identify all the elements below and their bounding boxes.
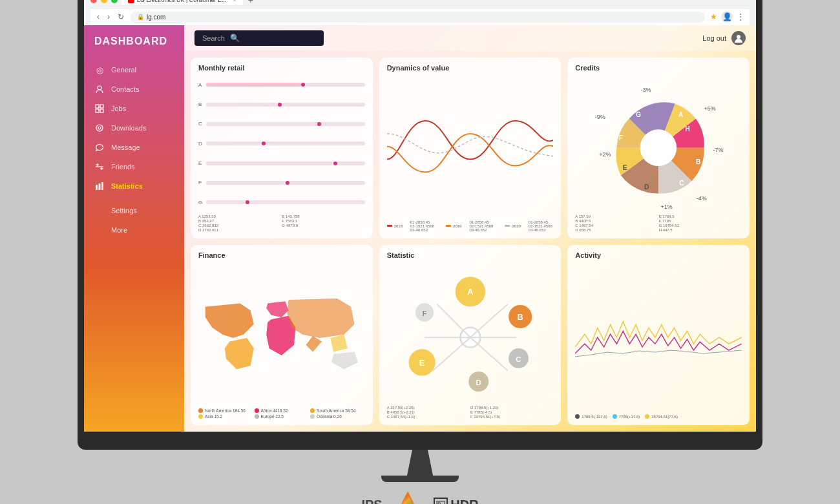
fin-label-oceania: Oceania 0.26: [317, 414, 342, 419]
svg-text:H: H: [686, 125, 690, 132]
dyn-legend-2020: 2020: [505, 220, 520, 232]
sidebar-item-statistics[interactable]: Statistics: [84, 176, 184, 196]
svg-text:E: E: [623, 164, 627, 171]
svg-text:B: B: [517, 312, 523, 322]
svg-text:G: G: [636, 111, 641, 118]
svg-point-6: [98, 127, 101, 129]
sidebar-item-more[interactable]: More: [84, 220, 184, 240]
svg-text:D: D: [476, 378, 481, 386]
dashboard-grid: Monthly retail A B: [184, 51, 756, 432]
statistic-legend: A 157.59(+2.35) D 1789.5(+1.20) B 4458.5…: [387, 406, 554, 419]
bar-dot-f: [286, 181, 289, 185]
act-dot-1: [575, 414, 580, 419]
search-box[interactable]: Search 🔍: [194, 30, 324, 46]
monthly-retail-card: Monthly retail A B: [191, 58, 373, 238]
general-icon: ◎: [94, 65, 105, 75]
bubble-chart: A B C: [387, 263, 554, 404]
bar-fill-b: [206, 103, 278, 107]
svg-text:-3%: -3%: [641, 87, 651, 93]
activity-legend: 1789.5(-197.6) 7785(+17.6) 15794.61(77.5…: [575, 414, 742, 419]
svg-rect-3: [96, 109, 99, 112]
svg-text:-9%: -9%: [595, 114, 605, 120]
world-map: [198, 263, 365, 406]
sidebar-item-jobs[interactable]: Jobs: [84, 99, 184, 118]
fin-legend-asia: Asia 15.2: [198, 414, 253, 419]
svg-point-15: [737, 35, 740, 39]
bar-track-c: [206, 122, 365, 126]
fin-dot-europe: [255, 414, 259, 419]
main-area: Search 🔍 Log out: [184, 25, 756, 432]
browser-menu-icon[interactable]: ⋮: [737, 12, 744, 21]
win-min-btn[interactable]: [101, 0, 107, 3]
logout-button[interactable]: Log out: [702, 34, 726, 42]
svg-point-16: [640, 129, 677, 166]
stat-legend-c: C 1487.54(+1.6): [387, 415, 470, 419]
credits-pie-container: H A B C D E F G -3% +5: [575, 76, 742, 212]
tab-bar: LG Electronics UK | Consumer E... × +: [121, 0, 256, 5]
dynamics-legend: 2018 01-2858.4502-1521.456803-46.652 201…: [387, 220, 554, 232]
browser-tab[interactable]: LG Electronics UK | Consumer E... ×: [121, 0, 243, 5]
finance-legend: North America 184.56 Africa 4418.52 Sout…: [198, 408, 365, 419]
bar-label-g: G: [198, 200, 204, 205]
sidebar-item-message[interactable]: Message: [84, 138, 184, 157]
ips-label: IPS: [361, 498, 382, 505]
nav-forward-btn[interactable]: ›: [106, 11, 111, 23]
act-label-3: 15794.61(77.5): [651, 415, 678, 419]
act-legend-1: 1789.5(-197.6): [575, 414, 607, 419]
nav-refresh-btn[interactable]: ↻: [116, 11, 125, 23]
sidebar-item-downloads[interactable]: Downloads: [84, 118, 184, 138]
profile-icon[interactable]: 👤: [721, 11, 733, 23]
screen-content: DASHBOARD ◎ General Contacts: [84, 25, 756, 432]
tab-close[interactable]: ×: [233, 0, 236, 3]
dynamics-card: Dynamics of value 2018: [379, 58, 562, 238]
sidebar-item-friends[interactable]: Friends: [84, 157, 184, 176]
win-max-btn[interactable]: [111, 0, 118, 3]
address-bar[interactable]: 🔒 lg.com: [131, 12, 705, 23]
statistic-title: Statistic: [387, 251, 554, 259]
dynamics-title: Dynamics of value: [387, 64, 554, 72]
svg-text:A: A: [467, 287, 473, 297]
bar-row-c: C: [198, 115, 365, 133]
monthly-retail-title: Monthly retail: [198, 64, 365, 72]
sidebar-item-general[interactable]: ◎ General: [84, 60, 184, 79]
svg-rect-12: [96, 185, 98, 190]
bar-label-c: C: [198, 121, 204, 127]
bar-fill-f: [206, 181, 286, 185]
svg-line-33: [437, 304, 470, 337]
bookmark-icon[interactable]: ★: [710, 12, 717, 21]
user-avatar[interactable]: [731, 31, 746, 45]
nav-back-btn[interactable]: ‹: [96, 11, 101, 23]
svg-text:B: B: [696, 158, 700, 165]
credits-card: Credits: [567, 58, 750, 238]
sidebar-item-settings[interactable]: Settings: [84, 201, 184, 220]
bar-row-g: G: [198, 193, 365, 211]
dynamics-chart: [387, 76, 554, 218]
sidebar-item-contacts[interactable]: Contacts: [84, 79, 184, 99]
sidebar: DASHBOARD ◎ General Contacts: [84, 25, 184, 432]
browser-actions: ★ 👤 ⋮: [710, 11, 744, 23]
credits-legend: A 157.59 E 1789.5 B 4408.5 F 7795 C 1497…: [575, 215, 742, 232]
legend-f: F 7583.1: [282, 219, 364, 223]
bottom-labels: IPS sRGB 99% Typical: [361, 490, 478, 504]
dyn-values-2018: 01-2858.4502-1521.456803-46.652: [410, 220, 434, 232]
bar-dot-c: [317, 122, 321, 126]
new-tab-btn[interactable]: +: [246, 0, 256, 5]
srgb-container: sRGB 99% Typical: [395, 490, 421, 504]
sidebar-label-message: Message: [111, 143, 140, 151]
bar-track-d: [206, 142, 365, 145]
dyn-dot-2019: [446, 225, 451, 227]
bar-fill-a: [206, 83, 301, 87]
svg-rect-2: [100, 105, 103, 108]
fin-dot-asia: [198, 414, 203, 419]
dyn-year-2019: 2019: [453, 224, 461, 228]
bar-dot-e: [333, 162, 337, 165]
legend-d: D 1782.011: [198, 228, 281, 232]
svg-line-36: [470, 337, 507, 371]
stat-legend-e: E 7785(-4.5): [470, 410, 553, 414]
win-close-btn[interactable]: [90, 0, 97, 3]
svg-text:A: A: [678, 111, 684, 118]
srgb-icon: [398, 490, 417, 504]
bar-row-f: F: [198, 174, 365, 192]
bar-dot-g: [246, 200, 249, 204]
fin-dot-oceania: [310, 414, 315, 419]
